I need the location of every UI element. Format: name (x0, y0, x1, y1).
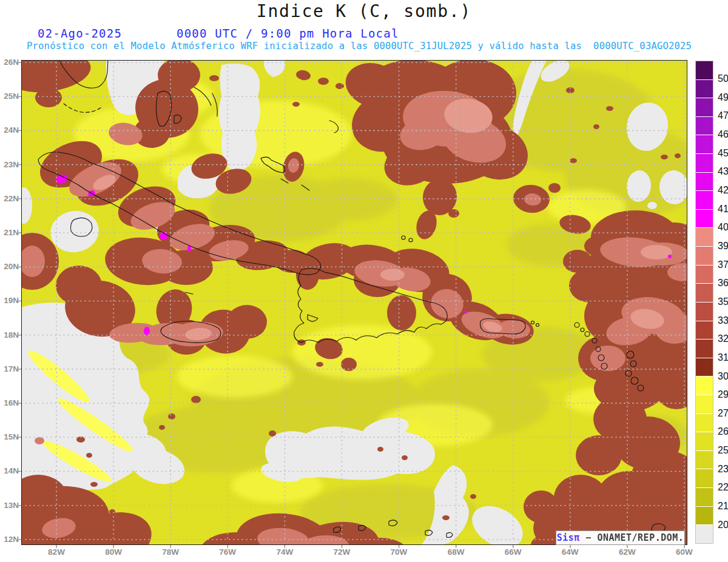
colorbar-segment (696, 303, 713, 321)
lon-tick-label: 66W (501, 547, 525, 557)
colorbar-tick-label: 23.9 (718, 464, 728, 475)
datetime-line: 02-Ago-2025 0000 UTC / 9:00 pm Hora Loca… (0, 27, 728, 40)
lon-tick-label: 74W (272, 547, 297, 557)
colorbar-segment (696, 173, 713, 191)
colorbar-tick-label: 21.3 (718, 501, 728, 512)
colorbar-tick-label: 26.5 (718, 426, 728, 437)
colorbar-labels: 5049.147.846.545.243.942.641.34039.137.8… (718, 73, 728, 530)
lat-tick-label: 21N (0, 228, 19, 238)
colorbar-segment (696, 266, 713, 284)
lat-tick-label: 20N (0, 262, 19, 272)
colorbar-segment (696, 98, 713, 116)
colorbar-segment (696, 395, 713, 413)
kindex-forecast-page: Indice K (C, somb.) 02-Ago-2025 0000 UTC… (0, 0, 728, 562)
colorbar-segment (696, 321, 713, 340)
lat-tick-label: 13N (0, 501, 19, 510)
attribution-box: Sisπ − ONAMET/REP.DOM. (556, 530, 685, 545)
colorbar-tick-label: 50 (718, 73, 728, 84)
lat-tick-label: 14N (0, 466, 19, 476)
lon-tick-label: 68W (444, 547, 468, 557)
colorbar-tick-label: 20 (718, 520, 728, 530)
colorbar-segments (696, 61, 713, 543)
colorbar-segment (696, 376, 713, 395)
lat-tick-label: 22N (0, 194, 19, 204)
colorbar-segment (696, 117, 713, 135)
colorbar-tick-label: 43.9 (718, 166, 728, 177)
lon-tick-label: 64W (558, 547, 582, 557)
lon-tick-label: 70W (386, 547, 411, 557)
colorbar-tick-label: 31.3 (718, 352, 728, 363)
attribution-org-label: ONAMET/REP.DOM. (597, 532, 684, 543)
colorbar-tick-label: 35.2 (718, 296, 728, 307)
lat-tick-label: 15N (0, 432, 19, 442)
colorbar-tick-label: 39.1 (718, 241, 728, 252)
forecast-date: 02-Ago-2025 (38, 27, 122, 40)
colorbar-tick-label: 41.3 (718, 204, 728, 215)
lat-tick-label: 23N (0, 160, 19, 170)
lat-tick-label: 26N (0, 58, 19, 67)
colorbar-tick-label: 42.6 (718, 185, 728, 196)
colorbar-segment (696, 228, 713, 246)
colorbar-tick-label: 25.2 (718, 445, 728, 456)
attribution-separator: − (580, 532, 598, 543)
colorbar-segment (696, 507, 713, 525)
lon-tick-label: 60W (672, 547, 696, 557)
colorbar-segment (696, 525, 713, 543)
colorbar-tick-label: 47.8 (718, 110, 728, 121)
colorbar-segment (696, 284, 713, 302)
colorbar-tick-label: 32.6 (718, 333, 728, 344)
lat-tick-label: 12N (0, 535, 19, 544)
colorbar-tick-label: 46.5 (718, 129, 728, 140)
colorbar-segment (696, 340, 713, 358)
colorbar (695, 61, 713, 544)
lon-tick-label: 62W (615, 547, 639, 557)
colorbar-tick-label: 36.5 (718, 278, 728, 289)
colorbar-segment (696, 80, 713, 98)
forecast-time: 0000 UTC / 9:00 pm Hora Local (177, 27, 399, 40)
lat-tick-label: 16N (0, 398, 19, 408)
lat-tick-label: 18N (0, 330, 19, 340)
colorbar-tick-label: 45.2 (718, 148, 728, 159)
page-title: Indice K (C, somb.) (0, 1, 728, 21)
colorbar-segment (696, 247, 713, 265)
colorbar-segment (696, 135, 713, 153)
colorbar-segment (696, 358, 713, 376)
longitude-axis: 82W80W78W76W74W72W70W68W66W64W62W60W (44, 547, 696, 557)
colorbar-tick-label: 27.8 (718, 408, 728, 419)
attribution-sys-label: Sis (557, 532, 575, 543)
lat-tick-label: 24N (0, 125, 19, 135)
colorbar-tick-label: 40 (718, 222, 728, 233)
colorbar-segment (696, 488, 713, 506)
lon-tick-label: 72W (329, 547, 354, 557)
attribution-pi-icon: π (574, 532, 580, 543)
lon-tick-label: 82W (44, 547, 69, 557)
colorbar-segment (696, 210, 713, 228)
colorbar-segment (696, 414, 713, 432)
colorbar-tick-label: 29.1 (718, 389, 728, 400)
colorbar-segment (696, 191, 713, 209)
lat-tick-label: 25N (0, 92, 19, 101)
model-info-line: Pronóstico con el Modelo Atmósferico WRF… (27, 41, 692, 52)
colorbar-tick-label: 49.1 (718, 92, 728, 103)
forecast-map (18, 60, 687, 549)
colorbar-tick-label: 30 (718, 371, 728, 382)
colorbar-segment (696, 469, 713, 487)
colorbar-tick-label: 37.8 (718, 259, 728, 270)
lon-tick-label: 78W (158, 547, 183, 557)
colorbar-tick-label: 33.9 (718, 315, 728, 326)
lat-tick-label: 17N (0, 364, 19, 374)
colorbar-segment (696, 432, 713, 450)
colorbar-segment (696, 451, 713, 469)
colorbar-tick-label: 22.6 (718, 482, 728, 493)
lon-tick-label: 80W (101, 547, 126, 557)
latitude-axis: 26N25N24N23N22N21N20N19N18N17N16N15N14N1… (0, 58, 19, 544)
lat-tick-label: 19N (0, 296, 19, 306)
colorbar-segment (696, 61, 713, 79)
lon-tick-label: 76W (215, 547, 240, 557)
colorbar-segment (696, 154, 713, 172)
